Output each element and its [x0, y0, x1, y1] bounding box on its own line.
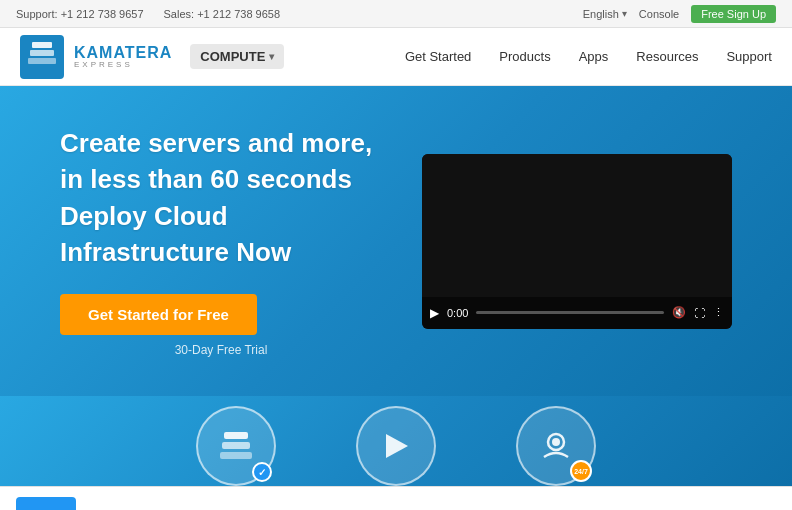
play-button[interactable]: ▶	[430, 306, 439, 320]
svg-rect-2	[30, 50, 54, 56]
svg-rect-1	[32, 42, 52, 48]
deploy-icon	[378, 428, 414, 464]
bottom-logo-box	[16, 497, 76, 511]
more-icon[interactable]: ⋮	[713, 306, 724, 319]
nav-support[interactable]: Support	[726, 49, 772, 64]
hero-line3: Deploy Cloud Infrastructure Now	[60, 201, 291, 267]
feature-support[interactable]: 24/7	[516, 406, 596, 486]
sales-text: Sales: +1 212 738 9658	[164, 8, 281, 20]
top-bar-left: Support: +1 212 738 9657 Sales: +1 212 7…	[16, 8, 280, 20]
compute-dropdown[interactable]: COMPUTE ▾	[190, 44, 284, 69]
compute-label: COMPUTE	[200, 49, 265, 64]
volume-icon[interactable]: 🔇	[672, 306, 686, 319]
video-player[interactable]: ▶ 0:00 🔇 ⛶ ⋮	[422, 154, 732, 329]
support-247-badge: 24/7	[570, 460, 592, 482]
top-bar: Support: +1 212 738 9657 Sales: +1 212 7…	[0, 0, 792, 28]
get-started-button[interactable]: Get Started for Free	[60, 294, 257, 335]
bottom-bar: Kamatera One Of The Most Trusted VPS Hos…	[0, 486, 792, 510]
top-bar-right: English ▾ Console Free Sign Up	[583, 5, 776, 23]
svg-rect-3	[28, 58, 56, 64]
kamatera-logo	[20, 35, 64, 79]
hero-headline: Create servers and more, in less than 60…	[60, 125, 382, 271]
brand-tagline: EXPRESS	[74, 61, 172, 69]
svg-rect-6	[220, 452, 252, 459]
video-progress-bar[interactable]	[476, 311, 664, 314]
nav-products[interactable]: Products	[499, 49, 550, 64]
compute-chevron-icon: ▾	[269, 51, 274, 62]
nav-resources[interactable]: Resources	[636, 49, 698, 64]
bottom-title: Kamatera	[92, 506, 657, 510]
nav-apps[interactable]: Apps	[579, 49, 609, 64]
nav-bar: KAMATERA EXPRESS COMPUTE ▾ Get Started P…	[0, 28, 792, 86]
bottom-text-area: Kamatera One Of The Most Trusted VPS Hos…	[92, 506, 657, 510]
logo-area: KAMATERA EXPRESS COMPUTE ▾	[20, 35, 284, 79]
video-controls: ▶ 0:00 🔇 ⛶ ⋮	[422, 297, 732, 329]
svg-rect-4	[224, 432, 248, 439]
svg-rect-5	[222, 442, 250, 449]
trial-text: 30-Day Free Trial	[60, 343, 382, 357]
language-selector[interactable]: English ▾	[583, 8, 627, 20]
video-time: 0:00	[447, 307, 468, 319]
hero-line1: Create servers and more,	[60, 128, 372, 158]
free-signup-button[interactable]: Free Sign Up	[691, 5, 776, 23]
expand-icon[interactable]: ⛶	[694, 307, 705, 319]
svg-marker-7	[386, 434, 408, 458]
brand-name: KAMATERA	[74, 45, 172, 61]
hero-text: Create servers and more, in less than 60…	[60, 125, 382, 358]
console-link[interactable]: Console	[639, 8, 679, 20]
svg-rect-0	[20, 35, 64, 79]
feature-cloud[interactable]: ✓	[196, 406, 276, 486]
chevron-down-icon: ▾	[622, 8, 627, 19]
cloud-icon	[216, 426, 256, 466]
video-screen	[422, 154, 732, 297]
hero-section: Create servers and more, in less than 60…	[0, 86, 792, 396]
support-text: Support: +1 212 738 9657	[16, 8, 144, 20]
svg-point-9	[552, 438, 560, 446]
features-strip: ✓ 24/7	[0, 396, 792, 486]
nav-get-started[interactable]: Get Started	[405, 49, 471, 64]
support-icon	[537, 427, 575, 465]
hero-line2: in less than 60 seconds	[60, 164, 352, 194]
feature-deploy[interactable]	[356, 406, 436, 486]
main-nav: Get Started Products Apps Resources Supp…	[405, 49, 772, 64]
language-label: English	[583, 8, 619, 20]
check-badge: ✓	[252, 462, 272, 482]
